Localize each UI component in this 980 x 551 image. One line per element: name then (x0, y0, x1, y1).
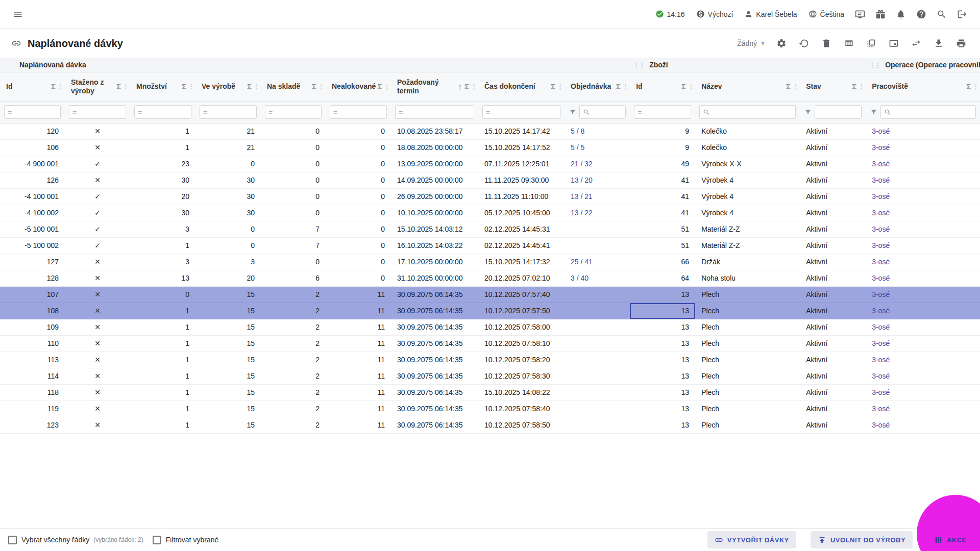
cell-stazeno[interactable]: ✓ (65, 205, 130, 221)
pracoviste-link[interactable]: 3-osé (872, 307, 890, 315)
cell-nealokovane[interactable]: 0 (326, 139, 391, 156)
cell-pozadovany_termin[interactable]: 16.10.2025 14:03:22 (391, 237, 478, 254)
cell-mnozstvi[interactable]: 1 (130, 237, 195, 254)
pracoviste-link[interactable]: 3-osé (872, 160, 890, 168)
cell-cas_dokonceni[interactable]: 15.10.2025 14:08:22 (478, 384, 565, 400)
cell-stav[interactable]: Aktivní (800, 384, 866, 400)
pracoviste-link[interactable]: 3-osé (872, 421, 890, 429)
cell-nazev[interactable]: Noha stolu (695, 270, 800, 286)
help-button[interactable] (914, 7, 929, 22)
column-resize-handle[interactable]: ⋮ (688, 83, 693, 90)
filter-input-pozadovany_termin[interactable] (405, 108, 471, 116)
cell-objednavka[interactable]: 5 / 8 (565, 123, 630, 139)
cell-mnozstvi[interactable]: 1 (130, 352, 195, 368)
filter-input-objednavka[interactable] (592, 108, 622, 116)
cell-objednavka[interactable] (565, 400, 630, 417)
aggregate-sigma-icon[interactable]: Σ (966, 82, 971, 91)
cell-pozadovany_termin[interactable]: 14.09.2025 00:00:00 (391, 172, 478, 188)
equals-operator-icon[interactable]: = (203, 108, 207, 116)
cell-objednavka[interactable]: 3 / 40 (565, 270, 630, 286)
cell-pracoviste[interactable]: 3-osé (866, 352, 980, 368)
cell-nealokovane[interactable]: 11 (326, 286, 391, 303)
cell-nazev[interactable]: Plech (695, 319, 800, 335)
cell-nazev[interactable]: Výrobek 4 (695, 205, 800, 221)
column-header-stav[interactable]: StavΣ⋮ (800, 72, 866, 101)
cell-pozadovany_termin[interactable]: 30.09.2075 06:14:35 (391, 319, 478, 335)
pracoviste-link[interactable]: 3-osé (872, 323, 890, 331)
cell-nealokovane[interactable]: 0 (326, 188, 391, 205)
cell-nealokovane[interactable]: 11 (326, 335, 391, 352)
cell-cas_dokonceni[interactable]: 15.10.2025 14:17:42 (478, 123, 565, 139)
pracoviste-link[interactable]: 3-osé (872, 339, 890, 347)
cell-na_sklade[interactable]: 2 (261, 286, 326, 303)
cell-pracoviste[interactable]: 3-osé (866, 237, 980, 254)
aggregate-sigma-icon[interactable]: Σ (852, 82, 856, 91)
cell-id[interactable]: -5 100 002 (0, 237, 65, 254)
cell-mnozstvi[interactable]: 20 (130, 188, 195, 205)
column-resize-handle[interactable]: ⋮ (122, 83, 128, 90)
cell-mnozstvi[interactable]: 3 (130, 221, 195, 237)
cell-na_sklade[interactable]: 2 (261, 335, 326, 352)
cell-id[interactable]: -4 100 001 (0, 188, 65, 205)
cell-objednavka[interactable] (565, 286, 630, 303)
cell-pozadovany_termin[interactable]: 17.10.2025 00:00:00 (391, 254, 478, 270)
cell-nealokovane[interactable]: 0 (326, 156, 391, 172)
cell-id[interactable]: 113 (0, 352, 65, 368)
objednavka-link[interactable]: 21 / 32 (571, 160, 593, 168)
cell-nealokovane[interactable]: 11 (326, 319, 391, 335)
objednavka-link[interactable]: 3 / 40 (571, 274, 589, 282)
pracoviste-link[interactable]: 3-osé (872, 176, 890, 184)
cell-cas_dokonceni[interactable]: 10.12.2025 07:58:10 (478, 335, 565, 352)
cell-ve_vyrobe[interactable]: 3 (195, 254, 261, 270)
cell-zbozi_id[interactable]: 13 (630, 286, 695, 303)
filter-selected-checkbox[interactable]: Filtrovat vybrané (151, 536, 220, 544)
cell-pracoviste[interactable]: 3-osé (866, 417, 980, 433)
cell-stav[interactable]: Aktivní (800, 188, 866, 205)
cell-objednavka[interactable] (565, 368, 630, 384)
pracoviste-link[interactable]: 3-osé (872, 372, 890, 380)
cell-na_sklade[interactable]: 0 (261, 139, 326, 156)
cell-id[interactable]: 120 (0, 123, 65, 139)
cell-stazeno[interactable]: ✕ (65, 123, 130, 139)
cell-cas_dokonceni[interactable]: 20.12.2025 07:02:10 (478, 270, 565, 286)
cell-pracoviste[interactable]: 3-osé (866, 156, 980, 172)
cell-nazev[interactable]: Plech (695, 384, 800, 400)
cell-nazev[interactable]: Plech (695, 417, 800, 433)
aggregate-sigma-icon[interactable]: Σ (616, 82, 621, 91)
cell-cas_dokonceni[interactable]: 02.12.2025 14:45:31 (478, 221, 565, 237)
user-menu[interactable]: Karel Šebela (741, 8, 800, 20)
column-header-zbozi_id[interactable]: IdΣ⋮ (630, 72, 695, 101)
cell-objednavka[interactable]: 13 / 21 (565, 188, 630, 205)
cell-stazeno[interactable]: ✕ (65, 254, 130, 270)
cell-stazeno[interactable]: ✕ (65, 400, 130, 417)
grid-row-107[interactable]: 107✕01521130.09.2075 06:14:3510.12.2025 … (0, 286, 980, 303)
aggregate-sigma-icon[interactable]: Σ (182, 82, 186, 91)
cell-pozadovany_termin[interactable]: 13.09.2025 00:00:00 (391, 156, 478, 172)
filter-input-cas_dokonceni[interactable] (493, 108, 557, 116)
column-header-ve_vyrobe[interactable]: Ve výroběΣ⋮ (195, 72, 261, 101)
column-header-cas_dokonceni[interactable]: Čas dokončeníΣ⋮ (478, 72, 565, 101)
pracoviste-link[interactable]: 3-osé (872, 258, 890, 266)
aggregate-sigma-icon[interactable]: Σ (247, 82, 252, 91)
cell-zbozi_id[interactable]: 13 (630, 303, 695, 319)
export-button[interactable] (931, 36, 946, 51)
filter-input-na_sklade[interactable] (275, 108, 318, 116)
cell-na_sklade[interactable]: 0 (261, 205, 326, 221)
cell-id[interactable]: 114 (0, 368, 65, 384)
cell-stav[interactable]: Aktivní (800, 139, 866, 156)
cell-stav[interactable]: Aktivní (800, 254, 866, 270)
cell-nazev[interactable]: Plech (695, 286, 800, 303)
pracoviste-link[interactable]: 3-osé (872, 127, 890, 135)
cell-zbozi_id[interactable]: 13 (630, 335, 695, 352)
cell-nazev[interactable]: Plech (695, 303, 800, 319)
cell-mnozstvi[interactable]: 3 (130, 254, 195, 270)
cell-cas_dokonceni[interactable]: 11.11.2025 09:30:00 (478, 172, 565, 188)
cell-nazev[interactable]: Plech (695, 352, 800, 368)
pracoviste-link[interactable]: 3-osé (872, 225, 890, 233)
cell-nazev[interactable]: Kolečko (695, 139, 800, 156)
column-resize-handle[interactable]: ⋮ (57, 83, 63, 90)
cell-cas_dokonceni[interactable]: 11.11.2025 11:10:00 (478, 188, 565, 205)
cell-stav[interactable]: Aktivní (800, 205, 866, 221)
cell-zbozi_id[interactable]: 41 (630, 205, 695, 221)
equals-operator-icon[interactable]: = (72, 108, 77, 116)
